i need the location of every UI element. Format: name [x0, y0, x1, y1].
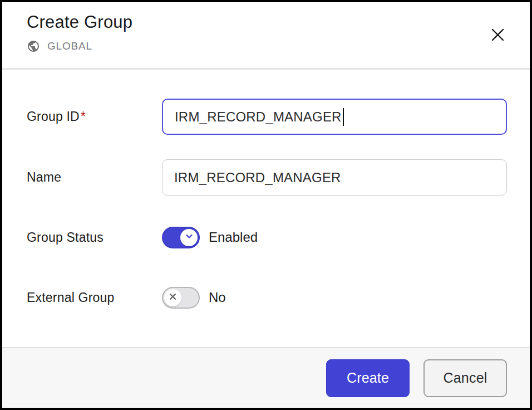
required-marker: *	[81, 109, 86, 124]
group-id-input[interactable]: IRM_RECORD_MANAGER	[162, 99, 507, 135]
cancel-button[interactable]: Cancel	[423, 359, 507, 397]
dialog-body: Group ID* IRM_RECORD_MANAGER Name IRM_RE…	[2, 70, 530, 347]
toggle-knob	[180, 229, 198, 246]
external-group-toggle[interactable]	[162, 287, 200, 309]
name-label: Name	[27, 170, 162, 185]
scope-row: GLOBAL	[27, 40, 505, 53]
create-button[interactable]: Create	[326, 359, 410, 397]
external-group-state-label: No	[209, 290, 226, 305]
scope-label: GLOBAL	[47, 40, 92, 52]
dialog-footer: Create Cancel	[2, 347, 530, 408]
group-status-toggle[interactable]	[162, 227, 200, 248]
field-row-name: Name IRM_RECORD_MANAGER	[27, 159, 507, 196]
group-id-input-value: IRM_RECORD_MANAGER	[175, 109, 342, 125]
dialog-title: Create Group	[27, 12, 505, 32]
chevron-down-icon	[184, 231, 194, 243]
group-status-state-label: Enabled	[209, 230, 258, 245]
dialog-header: Create Group GLOBAL	[2, 2, 530, 70]
globe-icon	[27, 40, 40, 53]
create-group-dialog: Create Group GLOBAL Group ID*	[0, 0, 532, 410]
field-row-external-group: External Group No	[27, 286, 507, 309]
close-button[interactable]	[487, 26, 508, 46]
name-input-value: IRM_RECORD_MANAGER	[174, 170, 341, 186]
group-id-label: Group ID*	[27, 109, 162, 124]
close-icon	[490, 27, 505, 44]
name-input[interactable]: IRM_RECORD_MANAGER	[162, 159, 507, 196]
field-row-group-id: Group ID* IRM_RECORD_MANAGER	[27, 99, 507, 135]
toggle-knob	[164, 289, 181, 306]
group-status-label: Group Status	[27, 230, 162, 245]
external-group-toggle-cell: No	[162, 287, 507, 309]
field-row-group-status: Group Status Enabled	[27, 226, 507, 248]
external-group-label: External Group	[27, 290, 162, 305]
text-caret	[343, 108, 344, 126]
group-status-toggle-cell: Enabled	[162, 227, 507, 248]
group-id-label-text: Group ID	[27, 109, 80, 124]
x-icon	[168, 292, 178, 304]
